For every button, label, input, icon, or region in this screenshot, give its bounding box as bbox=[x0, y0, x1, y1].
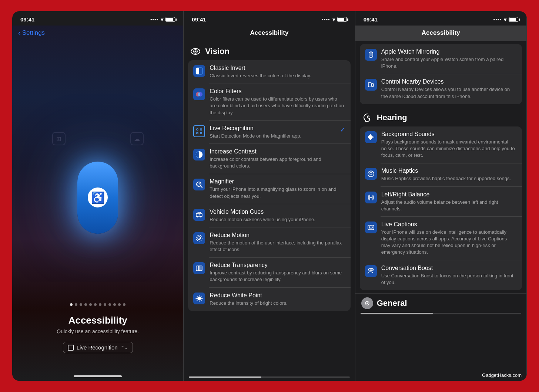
phone-screen-3: 09:41 ▪▪▪▪ ▾ Accessibility bbox=[355, 11, 527, 381]
control-nearby-text: Control Nearby Devices Control Nearby De… bbox=[381, 78, 517, 99]
color-filters-title: Color Filters bbox=[210, 88, 345, 95]
dot-8 bbox=[104, 303, 106, 306]
selector-icon bbox=[68, 345, 74, 351]
background-sounds-icon bbox=[365, 131, 377, 143]
reduce-transparency-title: Reduce Transparency bbox=[210, 262, 345, 268]
svg-rect-24 bbox=[198, 266, 202, 271]
list-item[interactable]: Apple Watch Mirroring Share and control … bbox=[360, 44, 522, 74]
list-item[interactable]: Live Captions Your iPhone will use on de… bbox=[360, 217, 522, 260]
left-right-balance-icon bbox=[365, 192, 377, 203]
list-item[interactable]: Vehicle Motion Cues Reduce motion sickne… bbox=[188, 204, 350, 227]
control-nearby-icon bbox=[365, 79, 377, 91]
dot-3 bbox=[80, 303, 82, 306]
scroll-indicator-3 bbox=[355, 313, 526, 314]
vehicle-motion-title: Vehicle Motion Cues bbox=[210, 209, 345, 215]
increase-contrast-title: Increase Contrast bbox=[210, 148, 345, 155]
list-item[interactable]: Left/Right Balance Adjust the audio volu… bbox=[360, 187, 522, 217]
svg-rect-11 bbox=[200, 132, 202, 134]
apple-watch-text: Apple Watch Mirroring Share and control … bbox=[381, 48, 517, 70]
svg-rect-39 bbox=[372, 84, 374, 87]
svg-line-33 bbox=[197, 300, 198, 301]
list-item[interactable]: Magnifier Turn your iPhone into a magnif… bbox=[188, 174, 350, 204]
live-recognition-icon bbox=[193, 125, 205, 137]
list-item[interactable]: Reduce Transparency Improve contrast by … bbox=[188, 257, 350, 287]
svg-rect-8 bbox=[197, 129, 198, 130]
list-item[interactable]: Live Recognition Start Detection Mode on… bbox=[188, 121, 350, 144]
classic-invert-text: Classic Invert Classic Invert reverses t… bbox=[210, 65, 345, 79]
reduce-white-point-title: Reduce White Point bbox=[210, 292, 345, 299]
list-item[interactable]: Conversation Boost Use Conversation Boos… bbox=[360, 260, 522, 290]
music-haptics-title: Music Haptics bbox=[381, 168, 517, 174]
live-recognition-desc: Start Detection Mode on the Magnifier ap… bbox=[210, 133, 335, 139]
dot-2 bbox=[75, 303, 77, 306]
back-navigation[interactable]: ‹ Settings bbox=[12, 26, 183, 40]
vision-icon bbox=[190, 45, 201, 57]
hearing-icon bbox=[361, 112, 373, 124]
general-section-title: General bbox=[377, 298, 407, 308]
vision-items-group: Classic Invert Classic Invert reverses t… bbox=[188, 60, 350, 311]
apple-watch-title: Apple Watch Mirroring bbox=[381, 48, 517, 55]
conversation-boost-text: Conversation Boost Use Conversation Boos… bbox=[381, 265, 517, 286]
scroll-indicator-2 bbox=[184, 376, 355, 378]
list-item[interactable]: Classic Invert Classic Invert reverses t… bbox=[188, 60, 350, 84]
list-item[interactable]: Increase Contrast Increase color contras… bbox=[188, 144, 350, 174]
control-nearby-title: Control Nearby Devices bbox=[381, 78, 517, 85]
svg-point-53 bbox=[366, 303, 368, 304]
general-section-row: General bbox=[355, 293, 526, 313]
svg-point-13 bbox=[197, 182, 201, 186]
back-label[interactable]: Settings bbox=[22, 29, 45, 37]
battery-fill-2 bbox=[338, 18, 345, 21]
screen3-scroll[interactable]: Apple Watch Mirroring Share and control … bbox=[355, 41, 526, 381]
hearing-section-header: Hearing bbox=[355, 107, 526, 126]
screen2-header: Accessibility bbox=[184, 26, 355, 41]
svg-rect-4 bbox=[196, 68, 199, 74]
screen1-title: Accessibility bbox=[68, 315, 127, 326]
reduce-motion-title: Reduce Motion bbox=[210, 232, 345, 239]
left-right-balance-text: Left/Right Balance Adjust the audio volu… bbox=[381, 191, 517, 212]
wifi-icon-3: ▾ bbox=[504, 17, 506, 23]
increase-contrast-text: Increase Contrast Increase color contras… bbox=[210, 148, 345, 169]
magnifier-title: Magnifier bbox=[210, 178, 345, 185]
magnifier-icon bbox=[193, 179, 205, 190]
status-icons-1: ▪▪▪▪ ▾ bbox=[150, 17, 175, 23]
hearing-section-title: Hearing bbox=[377, 113, 407, 122]
wifi-icon-1: ▾ bbox=[161, 17, 163, 23]
progress-bar-fill-2 bbox=[189, 376, 261, 378]
general-icon bbox=[361, 297, 373, 309]
signal-icon-1: ▪▪▪▪ bbox=[150, 17, 158, 22]
reduce-white-point-desc: Reduce the intensity of bright colors. bbox=[210, 300, 345, 307]
reduce-transparency-icon bbox=[193, 262, 205, 274]
increase-contrast-desc: Increase color contrast between app fore… bbox=[210, 156, 345, 169]
live-captions-desc: Your iPhone will use on device intellige… bbox=[381, 229, 517, 256]
battery-icon-1 bbox=[165, 17, 175, 22]
reduce-motion-text: Reduce Motion Reduce the motion of the u… bbox=[210, 232, 345, 253]
time-1: 09:41 bbox=[20, 16, 34, 23]
conversation-boost-title: Conversation Boost bbox=[381, 265, 517, 271]
list-item[interactable]: Control Nearby Devices Control Nearby De… bbox=[360, 74, 522, 104]
apple-watch-desc: Share and control your Apple Watch scree… bbox=[381, 56, 517, 70]
list-item[interactable]: Reduce White Point Reduce the intensity … bbox=[188, 288, 350, 311]
background-sounds-desc: Plays background sounds to mask unwanted… bbox=[381, 139, 517, 159]
vision-section-title: Vision bbox=[205, 47, 230, 56]
color-filters-icon bbox=[193, 88, 205, 100]
wifi-icon-2: ▾ bbox=[332, 17, 335, 23]
reduce-motion-desc: Reduce the motion of the user interface,… bbox=[210, 240, 345, 253]
live-recognition-checkmark: ✓ bbox=[340, 126, 345, 134]
increase-contrast-icon bbox=[193, 149, 205, 160]
dot-6 bbox=[94, 303, 97, 306]
list-item[interactable]: Background Sounds Plays background sound… bbox=[360, 126, 522, 163]
reduce-white-point-icon bbox=[193, 293, 205, 304]
list-item[interactable]: Color Filters Color filters can be used … bbox=[188, 84, 350, 121]
reduce-transparency-text: Reduce Transparency Improve contrast by … bbox=[210, 262, 345, 283]
screen2-scroll[interactable]: Vision Classic Invert bbox=[184, 41, 355, 376]
conversation-boost-icon bbox=[365, 265, 377, 277]
list-item[interactable]: Music Haptics Music Haptics provides hap… bbox=[360, 163, 522, 186]
app-frame: 09:41 ▪▪▪▪ ▾ ‹ Settings ⊞ ☁ ♿ bbox=[12, 11, 527, 381]
top-items-group: Apple Watch Mirroring Share and control … bbox=[360, 44, 522, 104]
list-item[interactable]: Reduce Motion Reduce the motion of the u… bbox=[188, 227, 350, 257]
dot-1 bbox=[70, 303, 73, 306]
battery-icon-3 bbox=[509, 17, 518, 22]
feature-selector[interactable]: Live Recognition ⌃⌄ bbox=[63, 342, 133, 353]
svg-line-14 bbox=[201, 186, 202, 187]
left-right-balance-title: Left/Right Balance bbox=[381, 191, 517, 198]
